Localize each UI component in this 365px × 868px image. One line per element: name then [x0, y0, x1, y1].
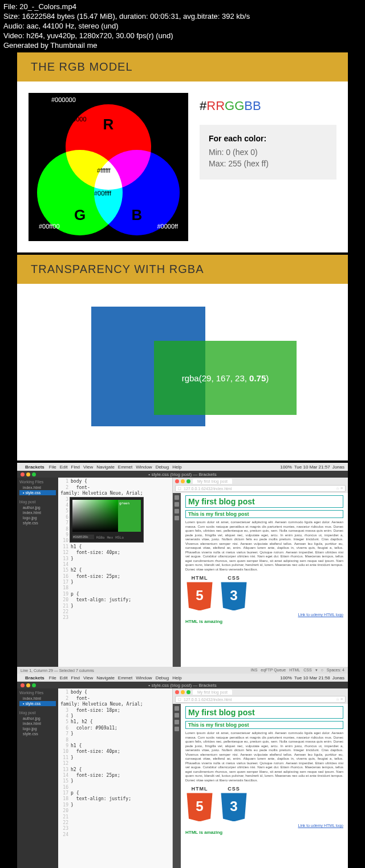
file-item[interactable]: index.html [19, 485, 56, 490]
file-item[interactable]: index.html [19, 510, 56, 515]
file-item[interactable]: style.css [19, 731, 56, 736]
hex-label: #ff00ff [151, 138, 168, 145]
menu-item[interactable]: Window [136, 675, 152, 680]
menu-item[interactable]: Edit [60, 464, 68, 470]
browser-chrome: My first blog post ◻127.0.0.1:62432/inde… [173, 478, 348, 493]
hex-input[interactable] [72, 535, 94, 539]
file-item[interactable]: index.html [19, 696, 56, 701]
meta-gen: Generated by Thumbnail me [3, 41, 362, 51]
color-swatch[interactable]: green [118, 500, 141, 532]
file-item[interactable]: index.html [19, 721, 56, 726]
menu-item[interactable]: Emmet [118, 464, 132, 470]
hex-format: #RRGGBB [200, 99, 336, 113]
file-item[interactable]: logo.jpg [19, 726, 56, 731]
ext-icon[interactable] [175, 713, 179, 718]
ext-icon[interactable] [175, 509, 179, 514]
address-bar[interactable]: ◻127.0.0.1:62432/index.html☆ ≡ [175, 485, 346, 492]
menu-item[interactable]: Debug [156, 464, 169, 470]
page-content: My first blog post This is my first blog… [181, 493, 348, 667]
menu-item[interactable]: Emmet [118, 675, 132, 680]
ext-icon[interactable] [175, 727, 179, 731]
menu-item[interactable]: Find [71, 464, 80, 470]
clock[interactable]: Tue 10 Mar 21:57 [294, 464, 330, 470]
file-item[interactable]: author.jpg [19, 716, 56, 721]
color-range-box: For each color: Min: 0 (hex 0) Max: 255 … [200, 125, 336, 180]
file-item[interactable]: • style.css [19, 490, 56, 495]
page-link[interactable]: Link to udemy HTML logo [185, 613, 343, 617]
menu-item[interactable]: Window [136, 464, 152, 470]
meta-file: File: 20_-_Colors.mp4 [3, 2, 362, 12]
hex-label: #0000ff [157, 223, 178, 230]
file-sidebar[interactable]: Working Files index.html • style.css blo… [17, 478, 58, 667]
page-link[interactable]: Link to udemy HTML logo [185, 824, 343, 828]
menu-item[interactable]: File [49, 675, 56, 680]
menu-item[interactable]: Help [172, 675, 181, 680]
ext-icon[interactable] [175, 495, 179, 500]
file-sidebar[interactable]: Working Files index.html • style.css blo… [17, 688, 58, 868]
address-bar[interactable]: ◻127.0.0.1:62432/index.html☆ ≡ [175, 696, 346, 703]
file-item[interactable]: • style.css [19, 701, 56, 706]
macos-menubar: Brackets FileEditFindViewNavigateEmmetWi… [17, 674, 348, 682]
menu-item[interactable]: Help [172, 464, 181, 470]
meta-size: Size: 16222584 bytes (15.47 MiB), durati… [3, 12, 362, 22]
battery[interactable]: 100% [280, 675, 291, 680]
menu-item[interactable]: File [49, 464, 56, 470]
hex-label: #ffffff [97, 167, 110, 174]
status-item[interactable]: HTML [289, 668, 300, 673]
user[interactable]: Jonas [332, 675, 344, 680]
status-item[interactable]: INS [251, 668, 258, 673]
rgb-venn-diagram: R G B #000000 #ffff00 #ff0000 #ff00ff #f… [29, 93, 188, 241]
app-name[interactable]: Brackets [25, 675, 44, 680]
meta-audio: Audio: aac, 44100 Hz, stereo (und) [3, 22, 362, 31]
window-title: • style.css (blog post) — Brackets [17, 471, 348, 478]
code-editor[interactable]: 1body {2 font-family: Helvetica Neue, Ar… [58, 688, 172, 868]
status-bar: Line 1, Column 29 — Selected 7 columns I… [17, 667, 348, 674]
file-item[interactable]: logo.jpg [19, 515, 56, 520]
green-square: rgba(29, 167, 23, 0.75) [154, 341, 297, 415]
macos-menubar: Brackets FileEditFindViewNavigateEmmetWi… [17, 463, 348, 471]
hex-label: #ffff00 [48, 138, 66, 145]
slide-rgb-model: THE RGB MODEL R G B #000000 #ffff00 #ff0… [17, 52, 348, 252]
menu-item[interactable]: View [83, 464, 93, 470]
window-controls[interactable] [21, 472, 36, 476]
menu-item[interactable]: View [83, 675, 93, 680]
window-controls[interactable] [21, 683, 36, 687]
browser-sidebar [173, 493, 181, 667]
menu-item[interactable]: Navigate [96, 464, 115, 470]
page-h3: HTML is amazing [185, 619, 343, 624]
slide-title: TRANSPARENCY WITH RGBA [17, 255, 348, 284]
color-gradient[interactable] [72, 500, 118, 532]
browser-tab[interactable]: My first blog post [193, 690, 232, 695]
file-item[interactable]: author.jpg [19, 505, 56, 510]
battery[interactable]: 100% [280, 464, 291, 470]
status-item[interactable]: ○ [321, 668, 323, 673]
hex-label: #000000 [51, 96, 76, 103]
hex-label: #00ffff [94, 190, 111, 197]
ext-icon[interactable] [175, 706, 179, 711]
status-item[interactable]: ▾ [315, 668, 318, 673]
status-item[interactable]: Spaces: 4 [327, 668, 344, 673]
menu-item[interactable]: Debug [156, 675, 169, 680]
ext-icon[interactable] [175, 720, 179, 724]
user[interactable]: Jonas [332, 464, 344, 470]
clock[interactable]: Tue 10 Mar 21:58 [294, 675, 330, 680]
status-item[interactable]: CSS [303, 668, 311, 673]
browser-tab[interactable]: My first blog post [193, 479, 232, 484]
slide-title: THE RGB MODEL [17, 52, 348, 81]
css3-logo: CSS 3 [220, 786, 248, 821]
code-editor[interactable]: 1body {2 font-family: Helvetica Neue, Ar… [58, 478, 172, 667]
menu-item[interactable]: Navigate [96, 675, 115, 680]
menu-item[interactable]: Find [71, 675, 80, 680]
page-h3: HTML is amazing [185, 830, 343, 835]
status-item[interactable]: eqFTP Queue [261, 668, 286, 673]
file-item[interactable]: style.css [19, 520, 56, 525]
ext-icon[interactable] [175, 516, 179, 520]
video-metadata: File: 20_-_Colors.mp4 Size: 16222584 byt… [0, 0, 365, 52]
app-name[interactable]: Brackets [25, 464, 44, 470]
menu-item[interactable]: Edit [60, 675, 68, 680]
ext-icon[interactable] [175, 502, 179, 507]
page-h2: This is my first blog post [185, 510, 343, 518]
hex-label: #00ff00 [39, 223, 60, 230]
color-picker[interactable]: green RGBa Hex HSLa [70, 497, 144, 543]
ide-screenshot-1: Brackets FileEditFindViewNavigateEmmetWi… [17, 463, 348, 674]
